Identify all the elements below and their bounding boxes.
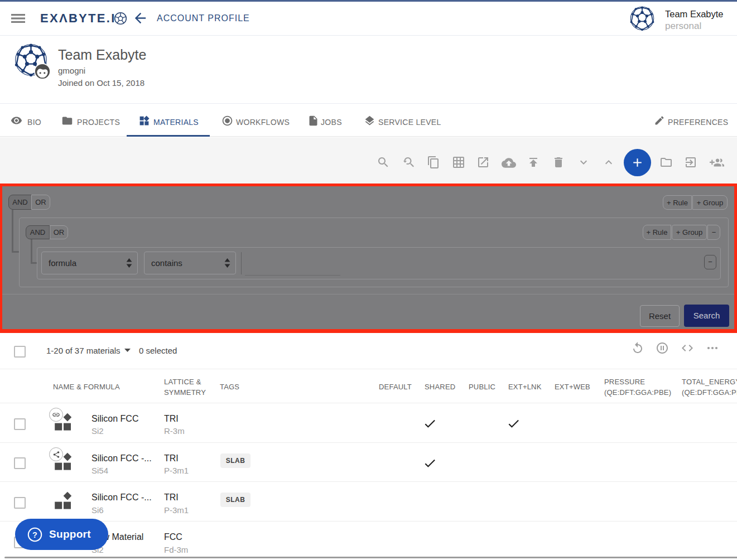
svg-text:?: ? — [32, 530, 37, 539]
